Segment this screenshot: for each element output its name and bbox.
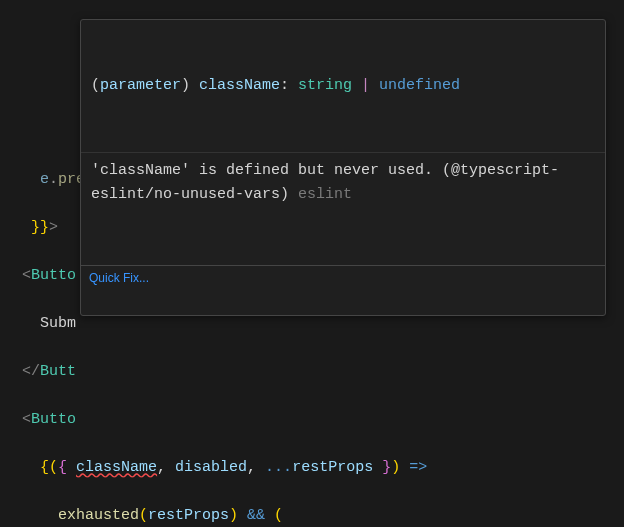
hover-tooltip: (parameter) className: string | undefine… <box>80 19 606 316</box>
tooltip-signature: (parameter) className: string | undefine… <box>81 68 605 104</box>
code-line: <Butto <box>4 408 620 432</box>
tooltip-message: 'className' is defined but never used. (… <box>81 152 605 217</box>
error-token-classname: className <box>76 459 157 476</box>
tooltip-quickfix-row: Quick Fix... <box>81 265 605 291</box>
code-line: exhausted(restProps) && ( <box>4 504 620 527</box>
quick-fix-link[interactable]: Quick Fix... <box>89 271 149 285</box>
code-line: {({ className, disabled, ...restProps })… <box>4 456 620 480</box>
code-line: </Butt <box>4 360 620 384</box>
